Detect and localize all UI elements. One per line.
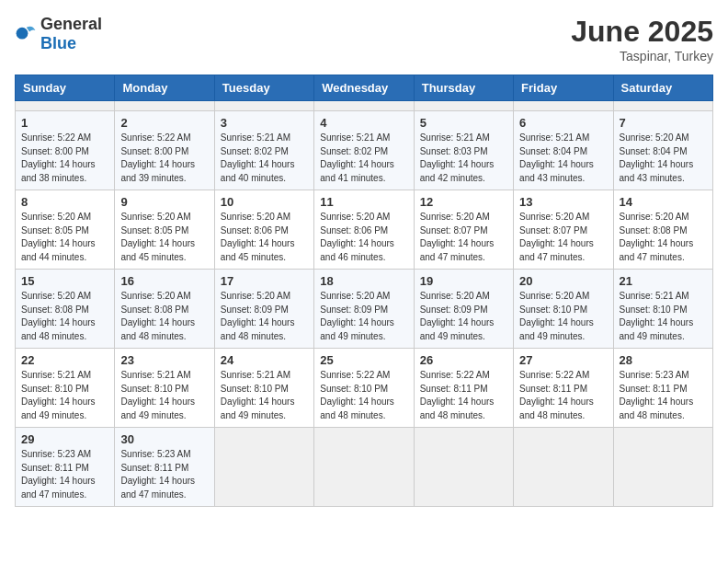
day-info: Sunrise: 5:20 AMSunset: 8:06 PMDaylight:… — [221, 212, 295, 262]
day-number: 24 — [221, 353, 308, 367]
day-number: 9 — [120, 195, 208, 209]
table-row — [115, 101, 214, 111]
table-row: 20 Sunrise: 5:20 AMSunset: 8:10 PMDaylig… — [514, 270, 613, 349]
day-info: Sunrise: 5:20 AMSunset: 8:08 PMDaylight:… — [120, 291, 195, 341]
table-row: 5 Sunrise: 5:21 AMSunset: 8:03 PMDayligh… — [414, 111, 513, 190]
calendar-week-row: 29 Sunrise: 5:23 AMSunset: 8:11 PMDaylig… — [16, 428, 713, 507]
day-info: Sunrise: 5:22 AMSunset: 8:11 PMDaylight:… — [519, 370, 594, 420]
day-info: Sunrise: 5:20 AMSunset: 8:09 PMDaylight:… — [320, 291, 394, 341]
day-info: Sunrise: 5:23 AMSunset: 8:11 PMDaylight:… — [120, 449, 195, 500]
day-number: 13 — [519, 195, 607, 209]
day-info: Sunrise: 5:20 AMSunset: 8:09 PMDaylight:… — [420, 291, 495, 341]
day-number: 16 — [120, 274, 208, 288]
table-row: 22 Sunrise: 5:21 AMSunset: 8:10 PMDaylig… — [16, 349, 115, 428]
day-info: Sunrise: 5:23 AMSunset: 8:11 PMDaylight:… — [620, 370, 694, 420]
page-header: General Blue June 2025 Taspinar, Turkey — [15, 15, 713, 63]
day-info: Sunrise: 5:22 AMSunset: 8:10 PMDaylight:… — [320, 370, 394, 420]
col-sunday: Sunday — [16, 75, 115, 101]
table-row: 2 Sunrise: 5:22 AMSunset: 8:00 PMDayligh… — [115, 111, 214, 190]
table-row: 18 Sunrise: 5:20 AMSunset: 8:09 PMDaylig… — [314, 270, 414, 349]
day-number: 1 — [21, 116, 108, 130]
day-info: Sunrise: 5:20 AMSunset: 8:08 PMDaylight:… — [620, 212, 694, 262]
day-number: 26 — [420, 353, 507, 367]
day-info: Sunrise: 5:20 AMSunset: 8:06 PMDaylight:… — [320, 212, 394, 262]
table-row: 4 Sunrise: 5:21 AMSunset: 8:02 PMDayligh… — [314, 111, 414, 190]
table-row — [214, 428, 313, 507]
table-row — [414, 428, 513, 507]
col-saturday: Saturday — [613, 75, 712, 101]
table-row: 27 Sunrise: 5:22 AMSunset: 8:11 PMDaylig… — [514, 349, 613, 428]
col-tuesday: Tuesday — [214, 75, 313, 101]
table-row: 10 Sunrise: 5:20 AMSunset: 8:06 PMDaylig… — [214, 190, 313, 270]
calendar-title: June 2025 — [571, 15, 713, 49]
day-info: Sunrise: 5:20 AMSunset: 8:08 PMDaylight:… — [21, 291, 96, 341]
calendar-location: Taspinar, Turkey — [571, 49, 713, 63]
table-row: 8 Sunrise: 5:20 AMSunset: 8:05 PMDayligh… — [16, 190, 115, 270]
day-number: 6 — [519, 116, 607, 130]
day-number: 17 — [221, 274, 308, 288]
day-number: 23 — [120, 353, 208, 367]
calendar-table: Sunday Monday Tuesday Wednesday Thursday… — [15, 75, 713, 507]
day-info: Sunrise: 5:21 AMSunset: 8:02 PMDaylight:… — [221, 132, 295, 183]
day-number: 19 — [420, 274, 507, 288]
logo: General Blue — [15, 15, 102, 53]
table-row: 7 Sunrise: 5:20 AMSunset: 8:04 PMDayligh… — [613, 111, 712, 190]
calendar-week-row — [16, 101, 713, 111]
calendar-week-row: 1 Sunrise: 5:22 AMSunset: 8:00 PMDayligh… — [16, 111, 713, 190]
logo-icon — [15, 23, 37, 45]
logo-text: General Blue — [40, 15, 102, 53]
day-info: Sunrise: 5:20 AMSunset: 8:05 PMDaylight:… — [21, 212, 96, 262]
day-info: Sunrise: 5:20 AMSunset: 8:10 PMDaylight:… — [519, 291, 594, 341]
day-number: 11 — [320, 195, 407, 209]
table-row — [514, 101, 613, 111]
table-row — [613, 101, 712, 111]
day-number: 12 — [420, 195, 507, 209]
table-row — [414, 101, 513, 111]
col-thursday: Thursday — [414, 75, 513, 101]
day-number: 10 — [221, 195, 308, 209]
day-info: Sunrise: 5:20 AMSunset: 8:05 PMDaylight:… — [120, 212, 195, 262]
day-number: 27 — [519, 353, 607, 367]
svg-point-0 — [17, 28, 28, 40]
day-info: Sunrise: 5:22 AMSunset: 8:11 PMDaylight:… — [420, 370, 495, 420]
day-number: 7 — [620, 116, 707, 130]
calendar-week-row: 22 Sunrise: 5:21 AMSunset: 8:10 PMDaylig… — [16, 349, 713, 428]
table-row — [314, 428, 414, 507]
table-row: 23 Sunrise: 5:21 AMSunset: 8:10 PMDaylig… — [115, 349, 214, 428]
table-row: 13 Sunrise: 5:20 AMSunset: 8:07 PMDaylig… — [514, 190, 613, 270]
day-number: 22 — [21, 353, 108, 367]
day-info: Sunrise: 5:21 AMSunset: 8:10 PMDaylight:… — [21, 370, 96, 420]
table-row: 26 Sunrise: 5:22 AMSunset: 8:11 PMDaylig… — [414, 349, 513, 428]
table-row: 19 Sunrise: 5:20 AMSunset: 8:09 PMDaylig… — [414, 270, 513, 349]
table-row: 28 Sunrise: 5:23 AMSunset: 8:11 PMDaylig… — [613, 349, 712, 428]
day-number: 29 — [21, 432, 108, 446]
day-info: Sunrise: 5:22 AMSunset: 8:00 PMDaylight:… — [21, 132, 96, 183]
table-row: 1 Sunrise: 5:22 AMSunset: 8:00 PMDayligh… — [16, 111, 115, 190]
title-block: June 2025 Taspinar, Turkey — [571, 15, 713, 63]
table-row — [16, 101, 115, 111]
day-number: 15 — [21, 274, 108, 288]
table-row: 21 Sunrise: 5:21 AMSunset: 8:10 PMDaylig… — [613, 270, 712, 349]
day-number: 14 — [620, 195, 707, 209]
day-number: 20 — [519, 274, 607, 288]
day-info: Sunrise: 5:20 AMSunset: 8:04 PMDaylight:… — [620, 132, 694, 183]
day-info: Sunrise: 5:22 AMSunset: 8:00 PMDaylight:… — [120, 132, 195, 183]
table-row: 29 Sunrise: 5:23 AMSunset: 8:11 PMDaylig… — [16, 428, 115, 507]
calendar-week-row: 8 Sunrise: 5:20 AMSunset: 8:05 PMDayligh… — [16, 190, 713, 270]
table-row — [514, 428, 613, 507]
calendar-week-row: 15 Sunrise: 5:20 AMSunset: 8:08 PMDaylig… — [16, 270, 713, 349]
day-info: Sunrise: 5:21 AMSunset: 8:04 PMDaylight:… — [519, 132, 594, 183]
day-number: 28 — [620, 353, 707, 367]
day-info: Sunrise: 5:20 AMSunset: 8:09 PMDaylight:… — [221, 291, 295, 341]
day-info: Sunrise: 5:21 AMSunset: 8:10 PMDaylight:… — [221, 370, 295, 420]
table-row: 17 Sunrise: 5:20 AMSunset: 8:09 PMDaylig… — [214, 270, 313, 349]
col-monday: Monday — [115, 75, 214, 101]
day-info: Sunrise: 5:20 AMSunset: 8:07 PMDaylight:… — [519, 212, 594, 262]
day-number: 25 — [320, 353, 407, 367]
day-info: Sunrise: 5:21 AMSunset: 8:10 PMDaylight:… — [120, 370, 195, 420]
table-row: 9 Sunrise: 5:20 AMSunset: 8:05 PMDayligh… — [115, 190, 214, 270]
day-info: Sunrise: 5:23 AMSunset: 8:11 PMDaylight:… — [21, 449, 96, 500]
table-row: 14 Sunrise: 5:20 AMSunset: 8:08 PMDaylig… — [613, 190, 712, 270]
table-row: 12 Sunrise: 5:20 AMSunset: 8:07 PMDaylig… — [414, 190, 513, 270]
table-row: 16 Sunrise: 5:20 AMSunset: 8:08 PMDaylig… — [115, 270, 214, 349]
